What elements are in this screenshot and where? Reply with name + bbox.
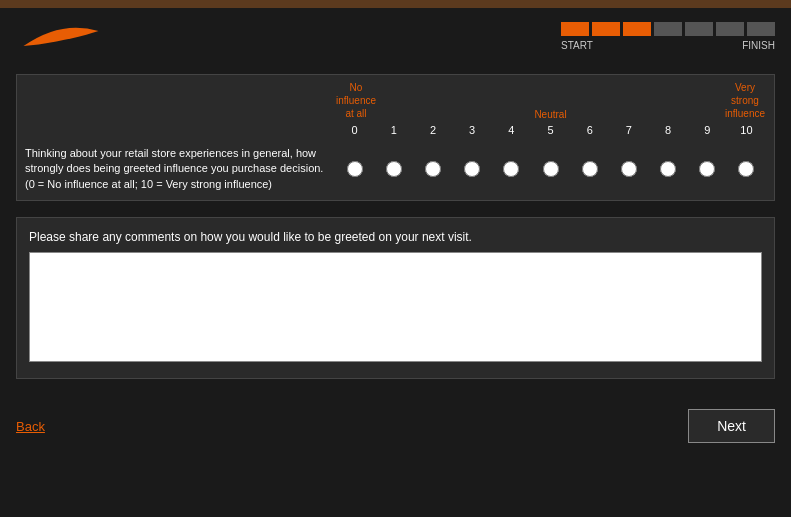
num-7: 7 [609,124,648,136]
radio-cell-5[interactable] [531,161,570,177]
question-text: Thinking about your retail store experie… [25,146,335,192]
neutral-label: Neutral [534,109,566,120]
scale-header: Noinfluenceat all Neutral Verystronginfl… [335,81,766,120]
radio-cell-10[interactable] [727,161,766,177]
num-5: 5 [531,124,570,136]
num-1: 1 [374,124,413,136]
radio-6[interactable] [582,161,598,177]
progress-segment-3 [623,22,651,36]
radio-cells [335,161,766,177]
num-0: 0 [335,124,374,136]
comments-textarea[interactable] [29,252,762,362]
back-button[interactable]: Back [16,419,45,434]
rating-section: Noinfluenceat all Neutral Verystronginfl… [16,74,775,201]
radio-5[interactable] [543,161,559,177]
radio-cell-8[interactable] [649,161,688,177]
comments-section: Please share any comments on how you wou… [16,217,775,379]
progress-segment-6 [716,22,744,36]
very-strong-label: Verystronginfluence [724,81,766,120]
radio-cell-3[interactable] [453,161,492,177]
main-content: Noinfluenceat all Neutral Verystronginfl… [0,64,791,401]
radio-0[interactable] [347,161,363,177]
radio-cell-7[interactable] [609,161,648,177]
num-3: 3 [453,124,492,136]
nike-logo [16,16,96,56]
radio-10[interactable] [738,161,754,177]
footer: Back Next [0,401,791,451]
radio-cell-9[interactable] [688,161,727,177]
numbers-cells: 0 1 2 3 4 5 6 7 8 9 10 [335,124,766,136]
radio-9[interactable] [699,161,715,177]
num-9: 9 [688,124,727,136]
num-6: 6 [570,124,609,136]
radio-cell-2[interactable] [413,161,452,177]
radio-2[interactable] [425,161,441,177]
numbers-row-space [25,124,335,136]
radio-4[interactable] [503,161,519,177]
progress-area: START FINISH [561,22,775,51]
radio-row: Thinking about your retail store experie… [17,138,774,200]
column-headers: Noinfluenceat all Neutral Verystronginfl… [17,75,774,122]
no-influence-label: Noinfluenceat all [335,81,377,120]
radio-3[interactable] [464,161,480,177]
num-10: 10 [727,124,766,136]
radio-cell-0[interactable] [335,161,374,177]
progress-segment-1 [561,22,589,36]
next-button[interactable]: Next [688,409,775,443]
num-4: 4 [492,124,531,136]
top-border [0,0,791,8]
radio-cell-1[interactable] [374,161,413,177]
radio-7[interactable] [621,161,637,177]
radio-cell-6[interactable] [570,161,609,177]
radio-8[interactable] [660,161,676,177]
num-8: 8 [649,124,688,136]
start-label: START [561,40,593,51]
progress-labels: START FINISH [561,40,775,51]
progress-segment-5 [685,22,713,36]
progress-segment-7 [747,22,775,36]
header: START FINISH [0,8,791,64]
comments-label: Please share any comments on how you wou… [29,230,762,244]
finish-label: FINISH [742,40,775,51]
progress-bar [561,22,775,36]
progress-segment-4 [654,22,682,36]
radio-1[interactable] [386,161,402,177]
radio-cell-4[interactable] [492,161,531,177]
numbers-row: 0 1 2 3 4 5 6 7 8 9 10 [17,122,774,138]
progress-segment-2 [592,22,620,36]
num-2: 2 [413,124,452,136]
